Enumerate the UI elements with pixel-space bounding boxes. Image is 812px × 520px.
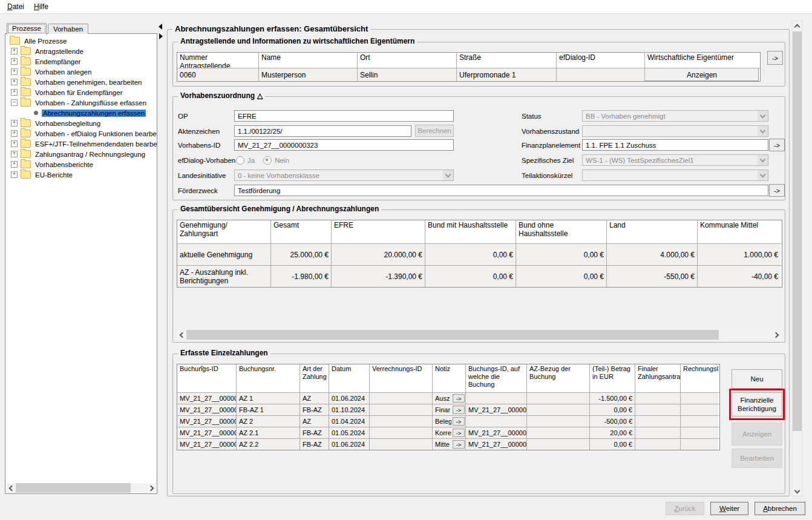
expand-icon[interactable]: + bbox=[11, 151, 18, 157]
expand-icon[interactable]: + bbox=[11, 161, 18, 168]
overview-horizontal-scrollbar[interactable] bbox=[177, 330, 781, 340]
expand-icon[interactable]: + bbox=[11, 140, 18, 147]
applicant-street: Uferpromonade 1 bbox=[457, 68, 557, 81]
overview-row-genehmigung[interactable]: aktuelle Genehmigung 25.000,00 € 20.000,… bbox=[177, 244, 782, 266]
overview-row-auszahlung[interactable]: AZ - Auszahlung inkl. Berichtigungen -1.… bbox=[177, 266, 782, 287]
scroll-down-icon[interactable] bbox=[793, 486, 802, 496]
tree-item-vorhabensbegleitung[interactable]: + Vorhabensbegleitung bbox=[5, 118, 157, 128]
tree-item-alle-prozesse[interactable]: Alle Prozesse bbox=[5, 36, 157, 46]
scrollbar-thumb[interactable] bbox=[16, 483, 131, 493]
abbrechen-button[interactable]: Abbrechen bbox=[755, 502, 805, 515]
tab-vorhaben[interactable]: Vorhaben bbox=[48, 24, 88, 34]
payment-row[interactable]: MV_21_27__00000000 AZ 2.2 FB-AZ 01.06.20… bbox=[177, 439, 719, 450]
scroll-up-icon[interactable] bbox=[793, 21, 802, 31]
column-header-sorted[interactable]: Buchungs-ID bbox=[177, 364, 237, 392]
finanzplanelement-field[interactable]: 1.1. FPE 1.1 Zuschuss bbox=[582, 139, 768, 151]
scrollbar-thumb[interactable] bbox=[186, 330, 719, 340]
expand-icon[interactable]: + bbox=[11, 48, 18, 54]
main-vertical-scrollbar[interactable] bbox=[792, 21, 802, 496]
overview-header-row: Genehmigung/ Zahlungsart Gesamt EFRE Bun… bbox=[177, 220, 782, 244]
column-header[interactable]: Finaler Zahlungsantrag bbox=[635, 364, 681, 392]
tree-item-vorhaben-genehmigen[interactable]: + Vorhaben genehmigen, bearbeiten bbox=[5, 77, 157, 87]
column-header: Straße bbox=[457, 53, 557, 68]
scroll-left-icon[interactable] bbox=[177, 330, 186, 340]
tree-item-vorhaben-endempfaenger[interactable]: + Vorhaben für Endempfänger bbox=[5, 87, 157, 97]
column-header: Bund ohne Haushaltsstelle bbox=[516, 220, 607, 243]
applicant-row[interactable]: 0060 Musterperson Sellin Uferpromonade 1… bbox=[177, 68, 760, 81]
collapse-icon[interactable]: − bbox=[11, 99, 18, 106]
notiz-open-button[interactable]: -> bbox=[453, 417, 465, 426]
notiz-open-button[interactable]: -> bbox=[453, 440, 465, 449]
expand-icon[interactable]: + bbox=[11, 79, 18, 85]
vorhabens-id-field[interactable]: MV_21_27__0000000323 bbox=[234, 139, 454, 151]
column-header[interactable]: Rechnungslegung bbox=[681, 364, 718, 392]
folder-icon bbox=[21, 47, 31, 55]
column-header[interactable]: Verrechnungs-ID bbox=[370, 364, 433, 392]
weiter-button[interactable]: Weiter bbox=[710, 502, 748, 515]
tree-item-abrechnungszahlungen[interactable]: Abrechnungszahlungen erfassen bbox=[5, 108, 157, 118]
column-header: Ort bbox=[358, 53, 457, 68]
column-header[interactable]: Art der Zahlung bbox=[300, 364, 329, 392]
tab-prozesse[interactable]: Prozesse bbox=[7, 23, 47, 35]
column-header[interactable]: (Teil-) Betrag in EUR bbox=[590, 364, 635, 392]
chevron-down-icon bbox=[443, 170, 453, 180]
payment-row[interactable]: MV_21_27__00000000 AZ 2 AZ 01.04.2024 Be… bbox=[177, 416, 719, 427]
expand-icon[interactable]: + bbox=[11, 120, 18, 127]
op-field[interactable]: EFRE bbox=[234, 110, 454, 122]
scroll-right-icon[interactable] bbox=[771, 330, 781, 340]
notiz-open-button[interactable]: -> bbox=[453, 429, 465, 437]
tree-item-zahlungsantrag[interactable]: + Zahlungsantrag / Rechnungslegung bbox=[5, 149, 157, 159]
aktenzeichen-field[interactable]: 1.1./00122/25/ bbox=[234, 125, 411, 137]
column-header[interactable]: Buchungs-ID, auf welche die Buchung bbox=[466, 364, 527, 392]
foerderzweck-detail-button[interactable]: -> bbox=[769, 184, 785, 197]
expand-icon[interactable]: + bbox=[11, 68, 18, 75]
finanzplanelement-detail-button[interactable]: -> bbox=[769, 139, 785, 151]
sidebar-horizontal-scrollbar[interactable] bbox=[6, 483, 156, 493]
folder-icon bbox=[21, 68, 31, 76]
notiz-cell: Ausz-> bbox=[433, 393, 466, 404]
sidebar-splitter[interactable] bbox=[159, 21, 163, 494]
expand-icon[interactable]: + bbox=[11, 171, 18, 178]
anzeigen-cell-button[interactable]: Anzeigen bbox=[645, 68, 759, 81]
vorhabenszustand-label: Vorhabenszustand bbox=[522, 128, 579, 135]
tree-item-zahlungsfluesse[interactable]: − Vorhaben - Zahlungsflüsse erfassen bbox=[5, 97, 157, 108]
expand-right-icon[interactable] bbox=[159, 33, 163, 39]
notiz-open-button[interactable]: -> bbox=[453, 406, 465, 414]
menu-hilfe[interactable]: Hilfe bbox=[29, 1, 53, 13]
scrollbar-thumb[interactable] bbox=[793, 31, 802, 431]
notiz-open-button[interactable]: -> bbox=[453, 394, 465, 403]
bullet-icon bbox=[34, 111, 38, 115]
payments-section: Erfasste Einzelzahlungen Buchungs-ID Buc… bbox=[172, 354, 785, 494]
notiz-cell: Finar-> bbox=[433, 404, 466, 415]
folder-icon bbox=[21, 58, 31, 65]
tree-item-eu-berichte[interactable]: + EU-Berichte bbox=[5, 169, 157, 180]
column-header[interactable]: Notiz bbox=[433, 364, 466, 392]
scroll-right-icon[interactable] bbox=[146, 483, 156, 493]
menu-datei[interactable]: Datei bbox=[2, 1, 29, 13]
foerderzweck-label: Förderzweck bbox=[178, 187, 218, 194]
payment-row[interactable]: MV_21_27__00000000 FB-AZ 1 FB-AZ 01.10.2… bbox=[177, 404, 719, 416]
column-header[interactable]: AZ-Bezug der Buchung bbox=[527, 364, 590, 392]
overview-section: Gesamtübersicht Genehmigung / Abrechnung… bbox=[172, 209, 785, 343]
finanzielle-berichtigung-button[interactable]: Finanzielle Berichtigung bbox=[732, 392, 782, 416]
tree-item-vorhaben-anlegen[interactable]: + Vorhaben anlegen bbox=[5, 67, 157, 77]
efdialog-vorhaben-label: efDialog-Vorhaben bbox=[178, 157, 235, 164]
tree-item-efdialog-funktionen[interactable]: + Vorhaben - efDialog Funktionen bearbei… bbox=[5, 128, 157, 139]
tree-item-endempfaenger[interactable]: + Endempfänger bbox=[5, 56, 157, 67]
expand-icon[interactable]: + bbox=[11, 58, 18, 65]
tree-item-antragstellende[interactable]: + Antragstellende bbox=[5, 46, 157, 56]
neu-button[interactable]: Neu bbox=[732, 369, 782, 389]
expand-icon[interactable]: + bbox=[11, 89, 18, 96]
applicant-detail-button[interactable]: -> bbox=[767, 51, 783, 65]
payment-row[interactable]: MV_21_27__00000000 AZ 2.1 FB-AZ 01.05.20… bbox=[177, 427, 719, 439]
collapse-left-icon[interactable] bbox=[159, 24, 162, 30]
main-content: Abrechnungszahlungen erfassen: Gesamtübe… bbox=[165, 18, 790, 498]
tree-item-esf-jtf[interactable]: + ESF+/JTF-Teilnehmendendaten bearbeiten bbox=[5, 139, 157, 149]
column-header[interactable]: Buchungsnr. bbox=[237, 364, 300, 392]
expand-icon[interactable]: + bbox=[11, 130, 18, 137]
scroll-left-icon[interactable] bbox=[6, 483, 16, 493]
payment-row[interactable]: MV_21_27__00000000 AZ 1 AZ 01.06.2024 Au… bbox=[177, 393, 719, 404]
tree-item-vorhabensberichte[interactable]: + Vorhabensberichte bbox=[5, 159, 157, 169]
column-header[interactable]: Datum bbox=[329, 364, 370, 392]
foerderzweck-field[interactable]: Testförderung bbox=[234, 185, 768, 196]
